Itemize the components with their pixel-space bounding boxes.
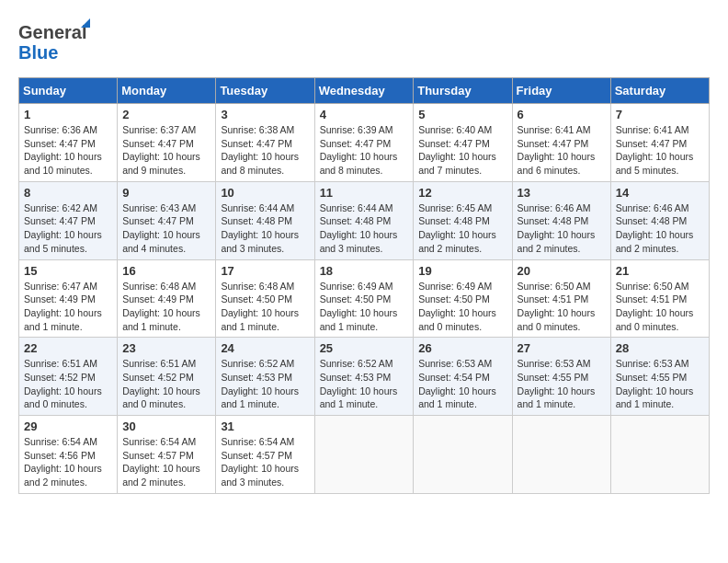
day-info: Sunrise: 6:54 AM Sunset: 4:56 PM Dayligh…: [24, 435, 112, 489]
calendar-cell: 23Sunrise: 6:51 AM Sunset: 4:52 PM Dayli…: [118, 338, 216, 416]
calendar-week-row: 29Sunrise: 6:54 AM Sunset: 4:56 PM Dayli…: [19, 416, 710, 494]
calendar-cell: 22Sunrise: 6:51 AM Sunset: 4:52 PM Dayli…: [19, 338, 118, 416]
day-number: 18: [320, 264, 409, 278]
calendar-cell: 25Sunrise: 6:52 AM Sunset: 4:53 PM Dayli…: [314, 338, 414, 416]
day-number: 4: [320, 108, 409, 121]
day-number: 5: [418, 108, 506, 121]
calendar-cell: [414, 416, 512, 494]
day-number: 19: [418, 264, 506, 278]
calendar-header-tuesday: Tuesday: [216, 78, 314, 104]
calendar-cell: 3Sunrise: 6:38 AM Sunset: 4:47 PM Daylig…: [216, 104, 314, 182]
day-info: Sunrise: 6:50 AM Sunset: 4:51 PM Dayligh…: [616, 280, 704, 334]
calendar-cell: 17Sunrise: 6:48 AM Sunset: 4:50 PM Dayli…: [216, 259, 314, 338]
calendar-cell: 28Sunrise: 6:53 AM Sunset: 4:55 PM Dayli…: [610, 338, 709, 416]
calendar-cell: 15Sunrise: 6:47 AM Sunset: 4:49 PM Dayli…: [19, 259, 118, 338]
calendar-cell: 16Sunrise: 6:48 AM Sunset: 4:49 PM Dayli…: [118, 259, 216, 338]
day-number: 9: [122, 186, 210, 200]
day-info: Sunrise: 6:51 AM Sunset: 4:52 PM Dayligh…: [122, 357, 210, 411]
calendar-header-thursday: Thursday: [414, 78, 512, 104]
day-info: Sunrise: 6:51 AM Sunset: 4:52 PM Dayligh…: [24, 357, 112, 411]
day-number: 25: [320, 341, 409, 355]
calendar-header-saturday: Saturday: [610, 78, 709, 104]
day-info: Sunrise: 6:46 AM Sunset: 4:48 PM Dayligh…: [518, 201, 606, 256]
calendar-cell: 29Sunrise: 6:54 AM Sunset: 4:56 PM Dayli…: [19, 416, 118, 494]
day-number: 12: [418, 186, 506, 200]
day-info: Sunrise: 6:52 AM Sunset: 4:53 PM Dayligh…: [320, 357, 409, 411]
calendar-cell: 5Sunrise: 6:40 AM Sunset: 4:47 PM Daylig…: [414, 104, 512, 182]
day-info: Sunrise: 6:40 AM Sunset: 4:47 PM Dayligh…: [418, 123, 506, 178]
calendar-cell: 7Sunrise: 6:41 AM Sunset: 4:47 PM Daylig…: [610, 104, 709, 182]
day-number: 7: [616, 108, 704, 121]
day-info: Sunrise: 6:36 AM Sunset: 4:47 PM Dayligh…: [24, 123, 112, 178]
calendar-week-row: 15Sunrise: 6:47 AM Sunset: 4:49 PM Dayli…: [19, 259, 710, 338]
calendar-cell: [512, 416, 610, 494]
day-info: Sunrise: 6:39 AM Sunset: 4:47 PM Dayligh…: [320, 123, 409, 178]
calendar-cell: 13Sunrise: 6:46 AM Sunset: 4:48 PM Dayli…: [512, 181, 610, 259]
day-number: 21: [616, 264, 704, 278]
calendar-cell: 11Sunrise: 6:44 AM Sunset: 4:48 PM Dayli…: [314, 181, 414, 259]
calendar-cell: 9Sunrise: 6:43 AM Sunset: 4:47 PM Daylig…: [118, 181, 216, 259]
day-number: 11: [320, 186, 409, 200]
day-info: Sunrise: 6:41 AM Sunset: 4:47 PM Dayligh…: [518, 123, 606, 178]
day-info: Sunrise: 6:48 AM Sunset: 4:50 PM Dayligh…: [221, 280, 309, 334]
calendar-cell: 21Sunrise: 6:50 AM Sunset: 4:51 PM Dayli…: [610, 259, 709, 338]
day-info: Sunrise: 6:49 AM Sunset: 4:50 PM Dayligh…: [320, 280, 409, 334]
day-info: Sunrise: 6:53 AM Sunset: 4:55 PM Dayligh…: [518, 357, 606, 411]
day-number: 13: [518, 186, 606, 200]
calendar-cell: 26Sunrise: 6:53 AM Sunset: 4:54 PM Dayli…: [414, 338, 512, 416]
calendar-week-row: 22Sunrise: 6:51 AM Sunset: 4:52 PM Dayli…: [19, 338, 710, 416]
calendar-cell: 8Sunrise: 6:42 AM Sunset: 4:47 PM Daylig…: [19, 181, 118, 259]
day-number: 29: [24, 419, 112, 433]
day-info: Sunrise: 6:37 AM Sunset: 4:47 PM Dayligh…: [122, 123, 210, 178]
day-number: 27: [518, 341, 606, 355]
day-info: Sunrise: 6:42 AM Sunset: 4:47 PM Dayligh…: [24, 201, 112, 256]
day-info: Sunrise: 6:41 AM Sunset: 4:47 PM Dayligh…: [616, 123, 704, 178]
day-number: 30: [122, 419, 210, 433]
day-number: 24: [221, 341, 309, 355]
day-info: Sunrise: 6:47 AM Sunset: 4:49 PM Dayligh…: [24, 280, 112, 334]
svg-text:General: General: [18, 22, 86, 42]
day-info: Sunrise: 6:46 AM Sunset: 4:48 PM Dayligh…: [616, 201, 704, 256]
day-info: Sunrise: 6:44 AM Sunset: 4:48 PM Dayligh…: [221, 201, 309, 256]
calendar-cell: 31Sunrise: 6:54 AM Sunset: 4:57 PM Dayli…: [216, 416, 314, 494]
day-number: 3: [221, 108, 309, 121]
day-info: Sunrise: 6:38 AM Sunset: 4:47 PM Dayligh…: [221, 123, 309, 178]
day-number: 26: [418, 341, 506, 355]
calendar-cell: 27Sunrise: 6:53 AM Sunset: 4:55 PM Dayli…: [512, 338, 610, 416]
day-info: Sunrise: 6:48 AM Sunset: 4:49 PM Dayligh…: [122, 280, 210, 334]
day-number: 2: [122, 108, 210, 121]
calendar-cell: 6Sunrise: 6:41 AM Sunset: 4:47 PM Daylig…: [512, 104, 610, 182]
day-number: 17: [221, 264, 309, 278]
calendar-cell: 14Sunrise: 6:46 AM Sunset: 4:48 PM Dayli…: [610, 181, 709, 259]
calendar-header-sunday: Sunday: [19, 78, 118, 104]
day-info: Sunrise: 6:49 AM Sunset: 4:50 PM Dayligh…: [418, 280, 506, 334]
calendar-header-wednesday: Wednesday: [314, 78, 414, 104]
day-number: 6: [518, 108, 606, 121]
logo: General Blue: [18, 18, 101, 68]
day-info: Sunrise: 6:52 AM Sunset: 4:53 PM Dayligh…: [221, 357, 309, 411]
day-info: Sunrise: 6:43 AM Sunset: 4:47 PM Dayligh…: [122, 201, 210, 256]
calendar-cell: [314, 416, 414, 494]
day-number: 15: [24, 264, 112, 278]
day-number: 14: [616, 186, 704, 200]
calendar-table: SundayMondayTuesdayWednesdayThursdayFrid…: [18, 77, 710, 494]
calendar-cell: 12Sunrise: 6:45 AM Sunset: 4:48 PM Dayli…: [414, 181, 512, 259]
day-number: 20: [518, 264, 606, 278]
calendar-cell: 10Sunrise: 6:44 AM Sunset: 4:48 PM Dayli…: [216, 181, 314, 259]
day-info: Sunrise: 6:54 AM Sunset: 4:57 PM Dayligh…: [122, 435, 210, 489]
calendar-header-monday: Monday: [118, 78, 216, 104]
day-info: Sunrise: 6:45 AM Sunset: 4:48 PM Dayligh…: [418, 201, 506, 256]
day-number: 16: [122, 264, 210, 278]
day-number: 28: [616, 341, 704, 355]
page-header: General Blue: [18, 18, 710, 68]
calendar-cell: 30Sunrise: 6:54 AM Sunset: 4:57 PM Dayli…: [118, 416, 216, 494]
calendar-week-row: 1Sunrise: 6:36 AM Sunset: 4:47 PM Daylig…: [19, 104, 710, 182]
day-number: 31: [221, 419, 309, 433]
day-number: 1: [24, 108, 112, 121]
day-number: 8: [24, 186, 112, 200]
calendar-cell: 20Sunrise: 6:50 AM Sunset: 4:51 PM Dayli…: [512, 259, 610, 338]
day-number: 23: [122, 341, 210, 355]
calendar-header-row: SundayMondayTuesdayWednesdayThursdayFrid…: [19, 78, 710, 104]
calendar-cell: 18Sunrise: 6:49 AM Sunset: 4:50 PM Dayli…: [314, 259, 414, 338]
calendar-cell: 1Sunrise: 6:36 AM Sunset: 4:47 PM Daylig…: [19, 104, 118, 182]
